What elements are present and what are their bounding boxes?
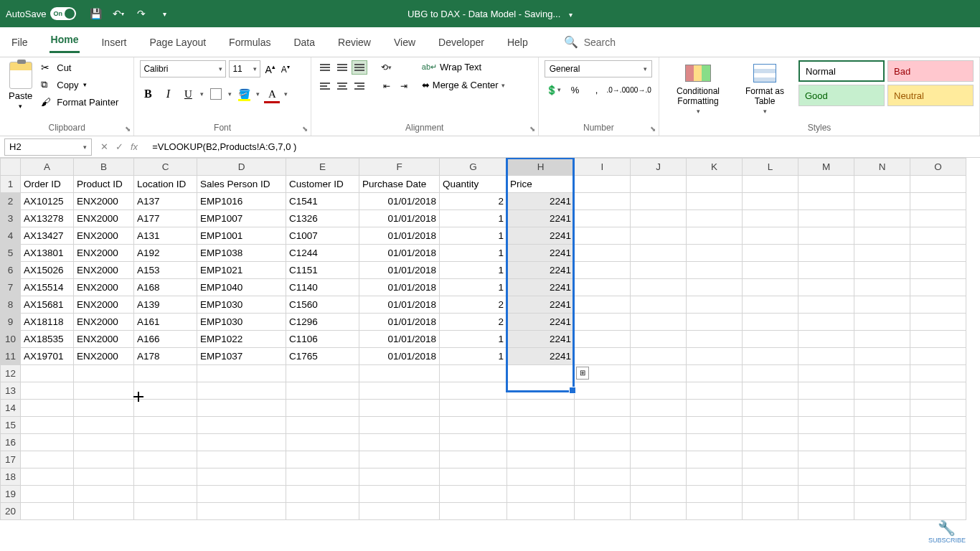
cell-B3[interactable]: ENX2000 <box>74 210 134 227</box>
cell-L20[interactable] <box>743 503 798 520</box>
cell-O20[interactable] <box>910 503 966 520</box>
cell-G1[interactable]: Quantity <box>440 176 507 193</box>
enter-formula-icon[interactable]: ✓ <box>116 141 123 152</box>
cell-H15[interactable] <box>507 417 575 434</box>
cell-A17[interactable] <box>21 451 74 468</box>
cell-N18[interactable] <box>854 468 910 486</box>
cell-M16[interactable] <box>798 434 854 451</box>
cell-D16[interactable] <box>197 434 286 451</box>
row-header-19[interactable]: 19 <box>1 486 21 503</box>
cell-N2[interactable] <box>854 193 910 210</box>
cell-I4[interactable] <box>575 227 631 245</box>
cell-C5[interactable]: A192 <box>134 245 197 262</box>
cell-D3[interactable]: EMP1007 <box>197 210 286 227</box>
cell-G15[interactable] <box>440 417 507 434</box>
sheet-area[interactable]: ABCDEFGHIJKLMNO1Order IDProduct IDLocati… <box>0 158 980 551</box>
cell-B1[interactable]: Product ID <box>74 176 134 193</box>
cell-J17[interactable] <box>631 451 687 468</box>
cancel-formula-icon[interactable]: ✕ <box>100 141 108 152</box>
cell-G8[interactable]: 2 <box>440 296 507 314</box>
cell-D6[interactable]: EMP1021 <box>197 262 286 279</box>
cell-B16[interactable] <box>74 434 134 451</box>
row-header-20[interactable]: 20 <box>1 503 21 520</box>
cell-K6[interactable] <box>687 262 743 279</box>
cell-M15[interactable] <box>798 417 854 434</box>
row-header-1[interactable]: 1 <box>1 176 21 193</box>
cell-M14[interactable] <box>798 400 854 417</box>
cell-C3[interactable]: A177 <box>134 210 197 227</box>
cell-A9[interactable]: AX18118 <box>21 314 74 331</box>
cell-O7[interactable] <box>910 279 966 296</box>
italic-button[interactable]: I <box>160 86 176 102</box>
cell-D13[interactable] <box>197 382 286 400</box>
decrease-decimal-button[interactable]: .00→.0 <box>631 82 649 98</box>
cell-N7[interactable] <box>854 279 910 296</box>
cell-M12[interactable] <box>798 365 854 382</box>
cell-G12[interactable] <box>440 365 507 382</box>
cell-B8[interactable]: ENX2000 <box>74 296 134 314</box>
cell-G3[interactable]: 1 <box>440 210 507 227</box>
cell-D18[interactable] <box>197 468 286 486</box>
cell-H8[interactable]: 2241 <box>507 296 575 314</box>
cell-J16[interactable] <box>631 434 687 451</box>
dialog-launcher-icon[interactable]: ⬊ <box>650 125 656 133</box>
cell-A13[interactable] <box>21 382 74 400</box>
paste-button[interactable]: Paste ▾ <box>6 60 35 111</box>
cell-J20[interactable] <box>631 503 687 520</box>
cell-F10[interactable]: 01/01/2018 <box>359 331 440 348</box>
dialog-launcher-icon[interactable]: ⬊ <box>302 125 308 133</box>
cell-N4[interactable] <box>854 227 910 245</box>
cell-F5[interactable]: 01/01/2018 <box>359 245 440 262</box>
cell-I19[interactable] <box>575 486 631 503</box>
cell-F3[interactable]: 01/01/2018 <box>359 210 440 227</box>
spreadsheet-grid[interactable]: ABCDEFGHIJKLMNO1Order IDProduct IDLocati… <box>0 158 966 520</box>
cell-N3[interactable] <box>854 210 910 227</box>
cell-J2[interactable] <box>631 193 687 210</box>
cell-J15[interactable] <box>631 417 687 434</box>
cell-J14[interactable] <box>631 400 687 417</box>
tab-home[interactable]: Home <box>50 31 80 53</box>
cell-K5[interactable] <box>687 245 743 262</box>
cell-H9[interactable]: 2241 <box>507 314 575 331</box>
cell-D1[interactable]: Sales Person ID <box>197 176 286 193</box>
cell-H16[interactable] <box>507 434 575 451</box>
cell-M2[interactable] <box>798 193 854 210</box>
cell-E15[interactable] <box>286 417 359 434</box>
cell-O1[interactable] <box>910 176 966 193</box>
cell-C1[interactable]: Location ID <box>134 176 197 193</box>
cell-N9[interactable] <box>854 314 910 331</box>
cell-J1[interactable] <box>631 176 687 193</box>
cell-L4[interactable] <box>743 227 798 245</box>
cell-E7[interactable]: C1140 <box>286 279 359 296</box>
cell-A3[interactable]: AX13278 <box>21 210 74 227</box>
cell-B6[interactable]: ENX2000 <box>74 262 134 279</box>
cell-M13[interactable] <box>798 382 854 400</box>
cell-A19[interactable] <box>21 486 74 503</box>
font-name-dropdown[interactable]: Calibri▾ <box>140 60 226 77</box>
cell-B7[interactable]: ENX2000 <box>74 279 134 296</box>
tab-file[interactable]: File <box>10 34 29 51</box>
align-right-button[interactable] <box>352 79 367 93</box>
cell-I2[interactable] <box>575 193 631 210</box>
col-header-K[interactable]: K <box>687 159 743 176</box>
cell-A6[interactable]: AX15026 <box>21 262 74 279</box>
cell-K1[interactable] <box>687 176 743 193</box>
cell-O16[interactable] <box>910 434 966 451</box>
cell-K17[interactable] <box>687 451 743 468</box>
cell-N14[interactable] <box>854 400 910 417</box>
cell-E6[interactable]: C1151 <box>286 262 359 279</box>
cell-J6[interactable] <box>631 262 687 279</box>
cell-D4[interactable]: EMP1001 <box>197 227 286 245</box>
row-header-4[interactable]: 4 <box>1 227 21 245</box>
cell-F6[interactable]: 01/01/2018 <box>359 262 440 279</box>
col-header-H[interactable]: H <box>507 159 575 176</box>
cell-L5[interactable] <box>743 245 798 262</box>
cell-G16[interactable] <box>440 434 507 451</box>
cell-C19[interactable] <box>134 486 197 503</box>
col-header-E[interactable]: E <box>286 159 359 176</box>
cell-H4[interactable]: 2241 <box>507 227 575 245</box>
cell-K19[interactable] <box>687 486 743 503</box>
cell-J13[interactable] <box>631 382 687 400</box>
row-header-13[interactable]: 13 <box>1 382 21 400</box>
cell-L2[interactable] <box>743 193 798 210</box>
